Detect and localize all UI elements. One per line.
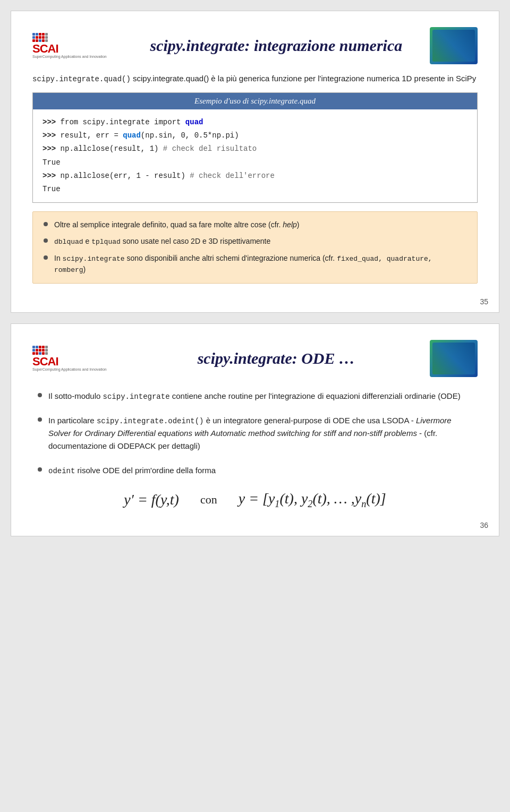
cineca-dots-icon-2 — [32, 346, 48, 355]
slide2-bullet-dot-2 — [38, 417, 42, 422]
slide2-bullet-dot-3 — [38, 467, 42, 472]
bullet-text-2: dblquad e tplquad sono usate nel caso 2D… — [54, 236, 270, 247]
slide2-header: SCAI SuperComputing Applications and Inn… — [32, 340, 478, 377]
quad-call: quad — [123, 131, 141, 140]
quad-func-ref: scipy.integrate.quad() — [32, 75, 131, 83]
bullet-item-1: Oltre al semplice integrale definito, qu… — [44, 219, 466, 230]
slide2-bullets: Il sotto-modulo scipy.integrate contiene… — [32, 390, 478, 477]
intro-text: scipy.integrate.quad() scipy.integrate.q… — [32, 73, 478, 85]
code-line-4: True — [42, 156, 468, 169]
scai-subtext-2: SuperComputing Applications and Innovati… — [32, 367, 107, 371]
formula-con: con — [200, 493, 217, 507]
slide1-title: scipy.integrate: integrazione numerica — [123, 36, 430, 55]
slide-number-1: 35 — [480, 297, 488, 306]
result-line: result, err = — [61, 131, 123, 140]
slide2-bullet-text-1: Il sotto-modulo scipy.integrate contiene… — [48, 390, 461, 403]
code-line-2: >>> result, err = quad(np.sin, 0, 0.5*np… — [42, 129, 468, 142]
bullet-text-3: In scipy.integrate sono disponibili anch… — [54, 253, 466, 276]
logo-area-2: SCAI SuperComputing Applications and Inn… — [32, 346, 107, 371]
bullet-dot-2 — [44, 238, 48, 243]
formula-left: y′ = f(y,t) — [124, 491, 179, 508]
bullet-box-1: Oltre al semplice integrale definito, qu… — [32, 211, 478, 284]
intro-text-rest: scipy.integrate.quad() è la più generica… — [133, 74, 476, 83]
formula-right: y = [y1(t), y2(t), … ,yn(t)] — [239, 490, 386, 510]
prompt-1: >>> — [42, 118, 61, 126]
slide2-bullet-2: In particolare scipy.integrate.odeint() … — [38, 414, 472, 452]
code-line-6: True — [42, 183, 468, 196]
prompt-5: >>> — [42, 172, 61, 180]
code-box-body: >>> from scipy.integrate import quad >>>… — [33, 109, 477, 202]
slide2-bullet-text-3: odeint risolve ODE del prim'ordine della… — [48, 464, 216, 477]
bullet-dot-1 — [44, 222, 48, 226]
slide1-heading: scipy.integrate: integrazione numerica — [123, 36, 430, 55]
allclose-1: np.allclose(result, 1) # check del risul… — [61, 144, 257, 153]
header-decorative-image — [430, 27, 478, 64]
scai-subtext: SuperComputing Applications and Innovati… — [32, 55, 107, 58]
slide1-header: SCAI SuperComputing Applications and Inn… — [32, 27, 478, 64]
quad-keyword: quad — [185, 118, 203, 126]
true-1: True — [42, 156, 468, 169]
slide2-bullet-1: Il sotto-modulo scipy.integrate contiene… — [38, 390, 472, 403]
code-line-5: >>> np.allclose(err, 1 - result) # check… — [42, 169, 468, 183]
slide2-bullet-3: odeint risolve ODE del prim'ordine della… — [38, 464, 472, 477]
header-decorative-image-2 — [430, 340, 478, 377]
scai-logo-text-2: SCAI — [32, 356, 58, 367]
slide-1: SCAI SuperComputing Applications and Inn… — [11, 11, 499, 313]
bullet-item-3: In scipy.integrate sono disponibili anch… — [44, 253, 466, 276]
slide2-heading: scipy.integrate: ODE … — [123, 349, 430, 367]
code-line-1: >>> from scipy.integrate import quad — [42, 116, 468, 129]
formula-line: y′ = f(y,t) con y = [y1(t), y2(t), … ,yn… — [32, 490, 478, 510]
from-keyword: from scipy.integrate import — [61, 118, 185, 126]
prompt-2: >>> — [42, 131, 61, 140]
slide-number-2: 36 — [480, 521, 488, 529]
cineca-dots-icon — [32, 33, 48, 42]
true-2: True — [42, 183, 468, 196]
code-example-box: Esempio d'uso di scipy.integrate.quad >>… — [32, 92, 478, 203]
scai-logo-text: SCAI — [32, 43, 58, 55]
slide2-title: scipy.integrate: ODE … — [123, 349, 430, 367]
slide2-bullet-text-2: In particolare scipy.integrate.odeint() … — [48, 414, 472, 452]
slide-2: SCAI SuperComputing Applications and Inn… — [11, 323, 499, 537]
code-box-header: Esempio d'uso di scipy.integrate.quad — [33, 93, 477, 109]
allclose-2: np.allclose(err, 1 - result) # check del… — [61, 172, 275, 180]
prompt-3: >>> — [42, 144, 61, 153]
logo-area-1: SCAI SuperComputing Applications and Inn… — [32, 33, 107, 58]
bullet-dot-3 — [44, 255, 48, 260]
code-line-3: >>> np.allclose(result, 1) # check del r… — [42, 142, 468, 156]
formula-box: y′ = f(y,t) con y = [y1(t), y2(t), … ,yn… — [32, 490, 478, 510]
bullet-item-2: dblquad e tplquad sono usate nel caso 2D… — [44, 236, 466, 247]
slide2-bullet-dot-1 — [38, 393, 42, 397]
bullet-text-1: Oltre al semplice integrale definito, qu… — [54, 219, 299, 230]
quad-args: (np.sin, 0, 0.5*np.pi) — [141, 131, 239, 140]
